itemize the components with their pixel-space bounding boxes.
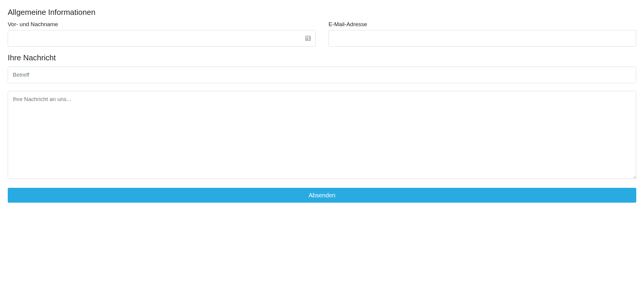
name-label: Vor- und Nachname bbox=[8, 21, 315, 28]
email-label: E-Mail-Adresse bbox=[329, 21, 636, 28]
general-info-row: Vor- und Nachname E-Mail-Adresse bbox=[8, 21, 636, 47]
name-input-wrapper bbox=[8, 30, 315, 47]
message-heading: Ihre Nachricht bbox=[8, 53, 636, 62]
subject-input[interactable] bbox=[8, 67, 636, 83]
general-info-heading: Allgemeine Informationen bbox=[8, 8, 636, 17]
submit-button[interactable]: Absenden bbox=[8, 188, 636, 203]
message-wrapper bbox=[8, 91, 636, 180]
name-input[interactable] bbox=[8, 30, 315, 47]
name-group: Vor- und Nachname bbox=[8, 21, 315, 47]
email-input[interactable] bbox=[329, 30, 636, 47]
svg-point-1 bbox=[307, 37, 308, 39]
message-textarea[interactable] bbox=[8, 91, 636, 179]
contact-card-icon bbox=[305, 35, 311, 42]
subject-wrapper bbox=[8, 67, 636, 83]
email-group: E-Mail-Adresse bbox=[329, 21, 636, 47]
